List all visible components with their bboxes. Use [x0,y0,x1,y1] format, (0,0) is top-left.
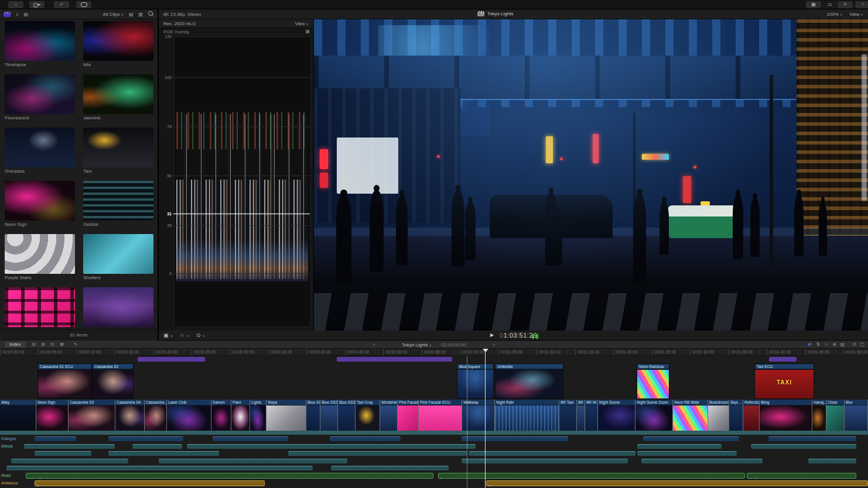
audio-clip[interactable]: Reo VO [330,437,401,441]
clip-thumbnail[interactable] [5,181,75,221]
audio-clip[interactable]: Asahi VO [643,437,739,441]
timeline-clip[interactable]: Pink Facade ECU [419,400,462,431]
audio-clip[interactable]: Truck Idle [641,459,763,463]
browser-clip[interactable]: Purple Stairs [5,234,75,281]
timeline-clip[interactable]: BR Taxi [559,400,577,431]
audio-clip[interactable]: Motorcycle Pass [11,459,128,463]
audio-clip[interactable]: Phone Ring [808,459,856,463]
timeline-clip[interactable]: Night Rain [495,400,559,431]
timeline-clip[interactable]: Pink Facade [398,400,419,431]
timeline-clip[interactable]: Neon Sign [36,400,69,431]
audio-clip[interactable]: Fizzle [35,451,91,456]
timeline-clip[interactable]: Neon RB Wide [673,400,708,431]
clip-thumbnail[interactable] [83,128,153,167]
title-clip[interactable]: Night 3 [769,357,797,362]
audio-clip[interactable]: Crash Large [462,459,628,463]
trim-icon[interactable]: ⇄ [808,342,812,348]
scope-settings-icon[interactable]: ▦ [305,29,310,34]
audio-clip[interactable]: Siren [288,451,467,456]
audio-clip[interactable]: Siren [302,444,476,449]
photos-audio-icon[interactable]: ♪ [16,11,19,17]
timeline-clip[interactable]: Windshield [380,400,398,431]
audio-clip[interactable]: Up Away [747,473,856,479]
playhead[interactable] [485,349,486,488]
playhead-handle[interactable] [483,349,488,352]
timeline-clip[interactable]: Lights [250,400,266,431]
timeline-clip[interactable]: Steps [266,400,306,431]
browser-clip[interactable]: Timelapse [5,21,75,68]
browser-clip[interactable]: Vista [83,287,153,328]
clip-thumbnail[interactable] [83,287,153,327]
timeline-clip[interactable]: Hanaj... [812,400,826,431]
audio-clip[interactable]: Honks [637,444,722,449]
inspector-toggle-icon[interactable]: ≡ [838,1,853,8]
timeline-clip[interactable]: Cassandra... [145,400,167,431]
timeline-clip[interactable]: Blue SS1 [306,400,320,431]
search-icon[interactable] [148,11,154,17]
clip-filter-dropdown[interactable]: All Clips∨ [103,12,124,17]
audio-clip[interactable]: Train Approach [108,451,219,456]
previous-project-arrow[interactable]: ‹ [373,342,375,348]
timeline-ruler[interactable]: 00:00:00:00 00:00:05:00 00:00:10:00 00:0… [0,349,868,356]
timeline-clip[interactable]: Night Scene Zoom [635,400,673,431]
browser-clip[interactable]: Jasmine [83,74,153,121]
timeline-clip[interactable]: Bling [760,400,812,431]
audio-clip[interactable]: Cassandra VO [35,437,76,441]
clip-appearance-icon[interactable]: ▤ [840,342,845,348]
title-clip[interactable]: Night 1 [138,357,205,362]
clip-thumbnail[interactable] [5,74,75,114]
vertical-trim-icon[interactable]: ⇅ [816,342,820,348]
browser-clip[interactable]: Fluorescent [5,74,75,121]
import-icon[interactable]: ↓ [8,1,23,8]
audio-clip[interactable]: Frenzy [24,444,115,449]
audio-clip[interactable]: Construction SFX [159,459,347,463]
browser-clip[interactable]: Shutters [83,234,153,281]
timeline-clip[interactable]: Blue SS2 [320,400,338,431]
titles-generators-icon[interactable]: ▤ [24,12,29,17]
audio-clip[interactable]: Whoosh! [187,444,304,449]
background-tasks-icon[interactable] [76,1,91,8]
audio-clip[interactable]: Haruto VO [768,437,856,441]
project-title-dropdown[interactable]: Tokyo Lights∨ [402,342,432,348]
audio-clip[interactable]: City Awake [6,466,313,470]
title-clip[interactable]: Night 2 [337,357,452,362]
audio-meter[interactable] [532,333,534,339]
timeline-clip[interactable]: Flare [231,400,250,431]
audio-clip[interactable]: Pitter Patter [751,444,856,449]
connected-clip[interactable]: Taxi ECU TAXI [754,363,814,399]
crop-tool-dropdown[interactable]: ▣∨ [163,332,173,338]
connected-clip[interactable]: Blue Square [457,363,494,399]
scope-view-dropdown[interactable]: View∨ [295,21,309,26]
viewer-zoom-dropdown[interactable]: 100%∨ [827,12,843,17]
audio-clip[interactable]: Urban Beat [26,473,433,479]
viewer-view-dropdown[interactable]: View∨ [849,12,863,17]
enhancements-dropdown[interactable]: ☆∨ [180,332,189,338]
timeline-clip[interactable]: Skyl... [729,400,743,431]
viewer-canvas[interactable] [314,19,868,331]
next-project-arrow[interactable]: › [493,342,495,348]
audio-clip[interactable]: Yumi VO [213,437,288,441]
connected-clip[interactable]: Cassandra S1 ECU [37,363,92,399]
retime-dropdown[interactable]: ⊙∨ [196,332,205,338]
clip-thumbnail[interactable] [5,287,75,327]
timeline-clip[interactable]: Boardroom [708,400,729,431]
audio-clip[interactable]: Static [35,480,265,486]
timeline-clip[interactable]: Close [826,400,845,431]
timeline-clip[interactable]: BR N... [577,400,585,431]
timeline-clip[interactable]: BR W... [585,400,598,431]
timeline-clip[interactable]: Cassandra S4 [115,400,145,431]
browser-clip[interactable]: Taxi [83,128,153,174]
connected-clip[interactable]: Umbrella [495,363,563,399]
audio-clip[interactable]: Traffic Jam [469,451,635,456]
clip-thumbnail[interactable] [83,74,153,114]
clip-thumbnail[interactable] [5,234,75,274]
timeline-clip[interactable]: Laser Club [167,400,211,431]
audio-clip[interactable]: Serenade [438,473,745,479]
share-icon[interactable]: ↑ [855,1,868,8]
check-circle-icon[interactable]: ✓ [54,1,69,8]
browser-clip[interactable]: Neon Sign [5,181,75,228]
group-by-icon[interactable]: ▤ [129,12,134,17]
libraries-icon[interactable] [4,12,11,17]
browser-clip[interactable]: Pink Facade [5,287,75,328]
timeline-zoom-icon[interactable]: ⊡ [852,342,856,348]
